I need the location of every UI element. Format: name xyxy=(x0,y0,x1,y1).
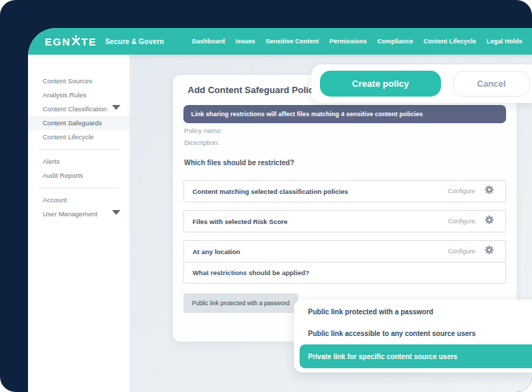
restrictions-section-heading: What restrictions should be applied? xyxy=(184,269,309,276)
sidebar-item-alerts[interactable]: Alerts xyxy=(28,155,130,169)
configure-link[interactable]: Configure xyxy=(448,248,475,255)
sidebar-divider xyxy=(39,188,120,188)
sidebar: Content Sources Analysis Rules Content C… xyxy=(28,55,130,392)
page-title: Add Content Safeguard Policy xyxy=(188,85,318,95)
rule-label: Content matching selected classification… xyxy=(184,188,348,195)
nav-item-content-lifecycle[interactable]: Content Lifecycle xyxy=(424,38,476,45)
files-section-heading: Which files should be restricted? xyxy=(184,159,294,167)
logo-text-suffix: TE xyxy=(81,36,97,48)
nav-item-issues[interactable]: Issues xyxy=(235,38,255,45)
restriction-select[interactable]: Public link protected with a password xyxy=(183,293,298,313)
egnyte-logo: EGN TE xyxy=(45,35,97,48)
dropdown-option-password-link[interactable]: Public link protected with a password xyxy=(294,301,532,323)
info-banner: Link sharing restrictions will affect fi… xyxy=(183,105,506,123)
dropdown-option-public-link[interactable]: Public link accessible to any content so… xyxy=(294,323,532,344)
rule-row-location: At any location Configure xyxy=(183,240,506,262)
chevron-down-icon[interactable] xyxy=(112,105,120,110)
sidebar-item-label: Content Classification xyxy=(43,105,107,113)
sidebar-item-user-management[interactable]: User Management xyxy=(28,207,130,221)
chevron-down-icon[interactable] xyxy=(112,210,120,215)
policy-name-label: Policy name: xyxy=(184,127,222,134)
restriction-dropdown-menu: Public link protected with a password Pu… xyxy=(294,300,532,372)
logo-text-prefix: EGN xyxy=(45,36,71,48)
sidebar-item-account[interactable]: Account xyxy=(28,193,130,207)
egnyte-asterisk-icon xyxy=(71,35,80,48)
dropdown-option-private-link[interactable]: Private link for specific content source… xyxy=(300,344,532,368)
cancel-button[interactable]: Cancel xyxy=(453,71,530,97)
configure-link[interactable]: Configure xyxy=(448,188,475,195)
gear-icon[interactable] xyxy=(484,245,494,258)
nav-item-sensitive-content[interactable]: Sensitive Content xyxy=(265,38,318,45)
rule-row-risk-score: Files with selected Risk Score Configure xyxy=(183,210,506,232)
nav-item-permissions[interactable]: Permissions xyxy=(329,38,367,45)
screenshot-canvas: EGN TE Secure & Govern xyxy=(0,0,532,392)
product-name: Secure & Govern xyxy=(105,38,164,46)
sidebar-item-analysis-rules[interactable]: Analysis Rules xyxy=(28,88,130,102)
app-window: EGN TE Secure & Govern xyxy=(28,28,532,392)
nav-item-legal-holds[interactable]: Legal Holds xyxy=(486,38,522,45)
sidebar-item-content-classification[interactable]: Content Classification xyxy=(28,102,130,116)
top-bar: EGN TE Secure & Govern xyxy=(28,28,532,55)
top-navigation: Dashboard Issues Sensitive Content Permi… xyxy=(192,38,532,45)
sidebar-item-label: User Management xyxy=(43,210,97,218)
sidebar-item-content-safeguards[interactable]: Content Safeguards xyxy=(28,116,130,130)
nav-item-compliance[interactable]: Compliance xyxy=(377,38,413,45)
action-button-panel: Create policy Cancel xyxy=(312,64,532,103)
configure-link[interactable]: Configure xyxy=(448,218,475,225)
sidebar-item-content-sources[interactable]: Content Sources xyxy=(28,74,130,88)
restrictions-section-box: What restrictions should be applied? xyxy=(183,262,506,284)
sidebar-divider xyxy=(39,149,120,150)
gear-icon[interactable] xyxy=(484,215,494,227)
nav-item-dashboard[interactable]: Dashboard xyxy=(192,38,225,45)
sidebar-item-content-lifecycle[interactable]: Content Lifecycle xyxy=(28,130,130,144)
rule-label: At any location xyxy=(184,248,240,255)
description-label: Description: xyxy=(184,139,219,146)
rule-label: Files with selected Risk Score xyxy=(184,218,288,225)
gear-icon[interactable] xyxy=(484,185,494,197)
sidebar-item-audit-reports[interactable]: Audit Reports xyxy=(28,169,130,183)
rule-row-classification: Content matching selected classification… xyxy=(183,180,506,202)
create-policy-button[interactable]: Create policy xyxy=(320,71,441,97)
